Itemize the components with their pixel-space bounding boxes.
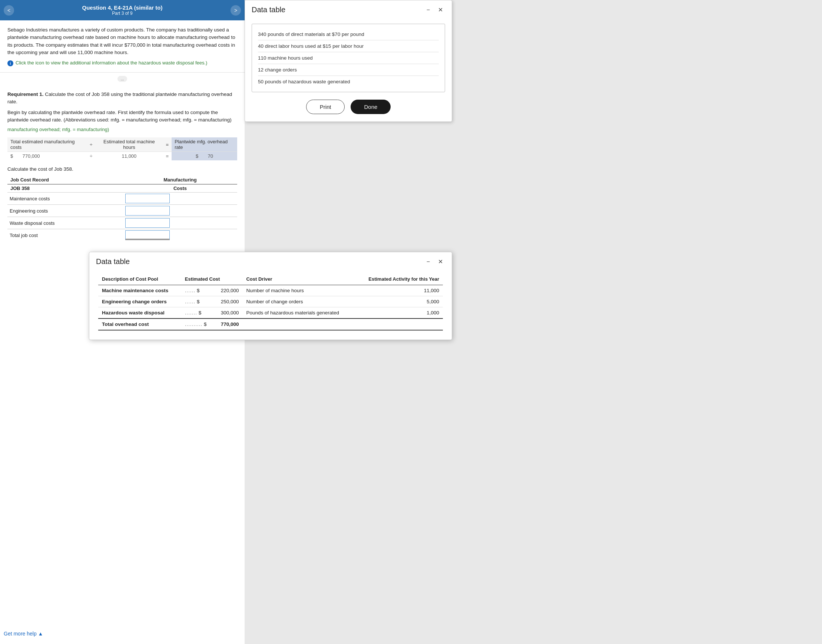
req-begin-text: Begin by calculating the plantwide overh…	[8, 109, 237, 124]
modal2-row2-desc: Engineering change orders	[98, 296, 181, 307]
modal2-total-label: Total overhead cost	[98, 319, 181, 330]
formula-val1: 770,000	[23, 153, 40, 159]
formula-div-row: ÷	[87, 152, 95, 161]
modal2-title: Data table	[96, 258, 130, 266]
job-col1-header: Job Cost Record	[8, 176, 123, 184]
job-table: Job Cost Record Manufacturing JOB 358 Co…	[8, 176, 237, 241]
total-row: Total overhead cost .......... $ 770,000	[98, 319, 443, 330]
table-row: Machine maintenance costs ...... $ 220,0…	[98, 285, 443, 296]
job-sub2: Costs	[123, 184, 237, 193]
get-more-help[interactable]: Get more help ▲	[4, 631, 43, 636]
modal1-buttons: Print Done	[252, 100, 445, 114]
formula-result-val: 70	[208, 153, 213, 159]
formula-div-header: ÷	[87, 137, 95, 152]
formula-table: Total estimated manufacturing costs ÷ Es…	[8, 137, 237, 160]
row-input-2[interactable]	[123, 205, 237, 217]
modal1-item-3: 110 machine hours used	[258, 52, 439, 64]
modal1-item-1: 340 pounds of direct materials at $70 pe…	[258, 29, 439, 40]
modal1-item-2: 40 direct labor hours used at $15 per la…	[258, 40, 439, 52]
row-input-3[interactable]	[123, 217, 237, 229]
modal1-data-box: 340 pounds of direct materials at $70 pe…	[252, 24, 445, 92]
info-link[interactable]: i Click the icon to view the additional …	[8, 60, 237, 66]
problem-body: Sebago Industries manufactures a variety…	[0, 20, 244, 72]
modal1-done-button[interactable]: Done	[350, 100, 390, 114]
modal-data-table-2: Data table − ✕ Description of Cost Pool …	[89, 252, 452, 340]
modal1-print-button[interactable]: Print	[306, 100, 345, 114]
modal2-row3-cost: 300,000	[214, 307, 243, 319]
formula-dollar: $ 770,000	[8, 152, 87, 161]
modal2-table: Description of Cost Pool Estimated Cost …	[98, 273, 443, 331]
req-bold: Requirement 1.	[8, 92, 44, 97]
row-label-1: Maintenance costs	[8, 193, 123, 205]
formula-result-dollar: $	[196, 153, 198, 159]
table-row: Waste disposal costs	[8, 217, 237, 229]
modal2-row1-cost: 220,000	[214, 285, 243, 296]
modal1-item-4: 12 change orders	[258, 64, 439, 76]
modal2-col4-header: Estimated Activity for this Year	[355, 273, 443, 285]
modal1-minimize-button[interactable]: −	[424, 6, 432, 14]
modal2-controls: − ✕	[424, 258, 445, 266]
modal2-header: Data table − ✕	[89, 252, 452, 270]
modal2-row1-activity: 11,000	[355, 285, 443, 296]
table-row: Engineering change orders ...... $ 250,0…	[98, 296, 443, 307]
scroll-indicator: ...	[0, 72, 244, 85]
formula-eq-row: =	[163, 152, 172, 161]
modal1-controls: − ✕	[424, 6, 445, 14]
problem-text: Sebago Industries manufactures a variety…	[8, 26, 237, 56]
question-subtitle: Part 3 of 9	[15, 11, 230, 16]
job-sub1: JOB 358	[8, 184, 123, 193]
req-text: Requirement 1. Calculate the cost of Job…	[8, 91, 237, 106]
modal2-body: Description of Cost Pool Estimated Cost …	[89, 270, 452, 340]
modal2-row2-cost: 250,000	[214, 296, 243, 307]
modal-data-table-1: Data table − ✕ 340 pounds of direct mate…	[244, 0, 452, 122]
total-input[interactable]	[123, 229, 237, 241]
modal2-row3-desc: Hazardous waste disposal	[98, 307, 181, 319]
modal2-total-empty2	[355, 319, 443, 330]
modal2-row3-dots: ....... $	[181, 307, 214, 319]
modal2-row1-dots: ...... $	[181, 285, 214, 296]
modal2-row3-driver: Pounds of hazardous materials generated	[243, 307, 355, 319]
question-title: Question 4, E4-21A (similar to)	[15, 5, 230, 11]
modal1-body: 340 pounds of direct materials at $70 pe…	[245, 18, 452, 121]
modal1-close-button[interactable]: ✕	[436, 6, 445, 14]
formula-col1-header: Total estimated manufacturing costs	[8, 137, 87, 152]
modal2-row3-activity: 1,000	[355, 307, 443, 319]
modal2-col3-header: Cost Driver	[243, 273, 355, 285]
total-label: Total job cost	[8, 229, 123, 241]
formula-result-row: $ 70	[172, 152, 237, 161]
info-link-text: Click the icon to view the additional in…	[15, 60, 207, 66]
modal2-close-button[interactable]: ✕	[436, 258, 445, 266]
next-button[interactable]: >	[230, 5, 241, 15]
requirement-section: Requirement 1. Calculate the cost of Job…	[0, 85, 244, 251]
table-row: Engineering costs	[8, 205, 237, 217]
total-row: Total job cost	[8, 229, 237, 241]
modal2-total-value: 770,000	[214, 319, 243, 330]
modal2-row1-driver: Number of machine hours	[243, 285, 355, 296]
question-header: < Question 4, E4-21A (similar to) Part 3…	[0, 0, 244, 20]
formula-val2: 11,000	[95, 152, 163, 161]
row-input-1[interactable]	[123, 193, 237, 205]
modal2-col2-header: Estimated Cost	[181, 273, 243, 285]
row-label-3: Waste disposal costs	[8, 217, 123, 229]
scroll-dots: ...	[117, 76, 127, 82]
modal2-row2-dots: ...... $	[181, 296, 214, 307]
modal2-row2-activity: 5,000	[355, 296, 443, 307]
formula-dollar-sign: $	[11, 153, 13, 159]
modal2-row2-driver: Number of change orders	[243, 296, 355, 307]
modal2-minimize-button[interactable]: −	[424, 258, 432, 266]
formula-result-header: Plantwide mfg. overhead rate	[172, 137, 237, 152]
modal1-title: Data table	[252, 6, 285, 14]
modal2-row1-desc: Machine maintenance costs	[98, 285, 181, 296]
modal2-total-dots: .......... $	[181, 319, 214, 330]
table-row: Hazardous waste disposal ....... $ 300,0…	[98, 307, 443, 319]
modal1-header: Data table − ✕	[245, 0, 452, 18]
formula-eq-header: =	[163, 137, 172, 152]
job-col2-header: Manufacturing	[123, 176, 237, 184]
table-row: Maintenance costs	[8, 193, 237, 205]
prev-button[interactable]: <	[4, 5, 14, 15]
modal1-item-5: 50 pounds of hazardous waste generated	[258, 76, 439, 87]
modal2-total-empty1	[243, 319, 355, 330]
row-label-2: Engineering costs	[8, 205, 123, 217]
info-icon: i	[8, 60, 13, 66]
modal2-col1-header: Description of Cost Pool	[98, 273, 181, 285]
